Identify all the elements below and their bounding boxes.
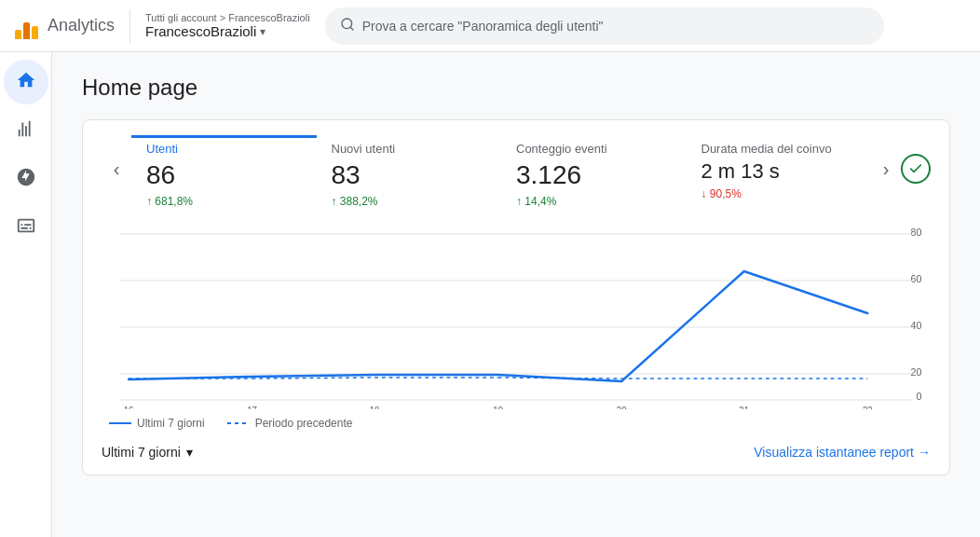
metric-eventi-value: 3.126 [516,159,672,191]
nav-arrow-left[interactable]: ‹ [102,154,131,184]
legend-line-solid [109,422,131,424]
svg-text:60: 60 [910,272,921,283]
main-layout: Home page ‹ Utenti 86 ↑ 681,8% Nuovi ute… [0,52,980,537]
chart-container: 80 60 40 20 0 [102,223,931,409]
date-filter-chevron-icon: ▾ [186,445,193,460]
svg-text:40: 40 [910,319,921,330]
logo-bar-1 [15,30,21,39]
sidebar [0,52,52,537]
svg-text:20: 20 [910,365,921,377]
svg-text:0: 0 [916,390,921,401]
explore-icon [16,167,36,192]
svg-text:17: 17 [247,405,257,408]
metric-utenti-value: 86 [146,159,302,191]
metric-eventi-label: Conteggio eventi [516,142,672,156]
svg-line-13 [252,378,375,379]
app-header: Analytics Tutti gli account > FrancescoB… [0,0,980,52]
metric-nuovi-label: Nuovi utenti [332,142,487,156]
metric-nuovi-value: 83 [332,159,487,191]
sidebar-item-home[interactable] [4,60,48,104]
metric-nuovi-change: ↑ 388,2% [332,195,487,208]
app-name-label: Analytics [48,16,115,35]
metrics-row: ‹ Utenti 86 ↑ 681,8% Nuovi utenti 83 ↑ 3… [102,135,931,215]
sidebar-item-explore[interactable] [4,157,48,201]
metric-utenti-label: Utenti [146,142,302,156]
bar-chart-icon [16,118,36,144]
svg-text:16: 16 [124,405,134,408]
sidebar-item-advertising[interactable] [4,205,48,250]
page-title: Home page [82,75,950,101]
legend-line-dashed [227,422,250,424]
date-filter-label: Ultimi 7 giorni [102,445,181,460]
main-card: ‹ Utenti 86 ↑ 681,8% Nuovi utenti 83 ↑ 3… [82,119,950,475]
svg-text:20: 20 [617,405,627,408]
metric-eventi[interactable]: Conteggio eventi 3.126 ↑ 14,4% [501,135,687,215]
report-link[interactable]: Visualizza istantanee report → [754,445,931,460]
chart-legend: Ultimi 7 giorni Periodo precedente [109,417,931,430]
svg-text:21: 21 [739,405,749,408]
svg-text:22: 22 [863,405,873,408]
legend-current-label: Ultimi 7 giorni [137,417,205,430]
arrow-right-icon: → [918,445,931,460]
report-link-label: Visualizza istantanee report [754,445,914,460]
metric-utenti-change: ↑ 681,8% [146,195,302,208]
legend-previous-label: Periodo precedente [255,417,353,430]
breadcrumb: Tutti gli account > FrancescoBrazioli [145,12,310,23]
legend-previous: Periodo precedente [227,417,353,430]
account-name-button[interactable]: FrancescoBrazioli ▾ [145,23,310,39]
check-status-icon [901,154,931,184]
logo-bar-2 [23,22,30,39]
account-area: Tutti gli account > FrancescoBrazioli Fr… [145,12,310,39]
svg-text:80: 80 [910,226,921,237]
logo-bar-3 [32,26,38,39]
logo-area: Analytics [15,13,115,39]
svg-line-1 [350,27,353,30]
analytics-logo-icon [15,13,38,39]
legend-current: Ultimi 7 giorni [109,417,205,430]
svg-text:18: 18 [370,405,380,408]
metric-nuovi-utenti[interactable]: Nuovi utenti 83 ↑ 388,2% [317,135,502,215]
chevron-down-icon: ▾ [260,25,265,38]
main-content: Home page ‹ Utenti 86 ↑ 681,8% Nuovi ute… [52,52,980,537]
metric-durata-value: 2 m 13 s [701,159,857,184]
card-footer: Ultimi 7 giorni ▾ Visualizza istantanee … [102,441,931,460]
account-name-text: FrancescoBrazioli [145,23,256,39]
sidebar-item-reports[interactable] [4,108,48,153]
date-filter-button[interactable]: Ultimi 7 giorni ▾ [102,445,193,460]
metric-durata-change: ↓ 90,5% [701,187,857,200]
chart-svg: 80 60 40 20 0 [102,223,931,409]
nav-arrow-right[interactable]: › [871,154,901,184]
metric-utenti[interactable]: Utenti 86 ↑ 681,8% [131,135,317,215]
search-placeholder-text: Prova a cercare "Panoramica degli utenti… [362,19,604,34]
advertising-icon [16,215,36,241]
home-icon [16,70,36,95]
metrics-inner: Utenti 86 ↑ 681,8% Nuovi utenti 83 ↑ 388… [131,135,871,215]
svg-text:19: 19 [493,405,503,408]
metric-durata[interactable]: Durata media del coinvo 2 m 13 s ↓ 90,5% [687,135,872,215]
search-bar[interactable]: Prova a cercare "Panoramica degli utenti… [325,7,884,45]
metric-durata-label: Durata media del coinvo [701,142,857,156]
metric-eventi-change: ↑ 14,4% [516,195,672,208]
header-divider [129,9,130,43]
search-icon [340,17,355,35]
